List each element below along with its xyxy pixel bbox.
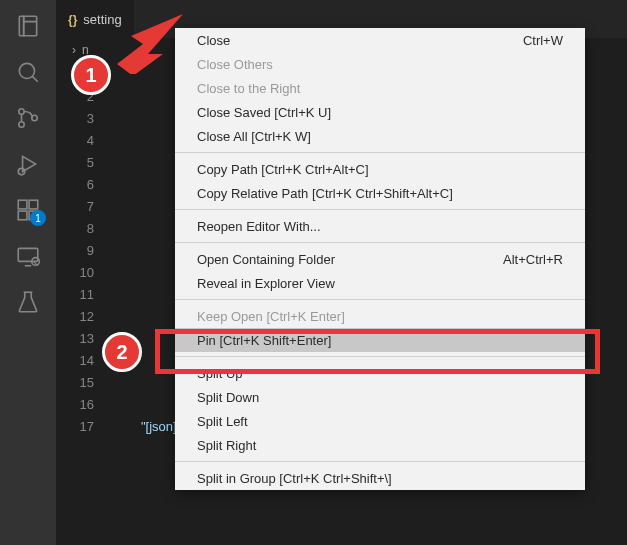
annotation-marker-2: 2 xyxy=(102,332,142,372)
line-number: 5 xyxy=(56,152,94,174)
menu-item: Close to the Right xyxy=(175,76,585,100)
line-number: 6 xyxy=(56,174,94,196)
line-number: 3 xyxy=(56,108,94,130)
line-number: 14 xyxy=(56,350,94,372)
menu-item[interactable]: Close All [Ctrl+K W] xyxy=(175,124,585,148)
svg-point-1 xyxy=(19,109,24,114)
svg-rect-9 xyxy=(18,248,38,261)
menu-separator xyxy=(175,299,585,300)
menu-item: Keep Open [Ctrl+K Enter] xyxy=(175,304,585,328)
menu-item-label: Split Down xyxy=(197,390,259,405)
menu-item-label: Split Right xyxy=(197,438,256,453)
extensions-badge: 1 xyxy=(30,210,46,226)
line-number: 12 xyxy=(56,306,94,328)
menu-separator xyxy=(175,152,585,153)
menu-item[interactable]: Open Containing FolderAlt+Ctrl+R xyxy=(175,247,585,271)
menu-item-label: Open Containing Folder xyxy=(197,252,335,267)
menu-item[interactable]: CloseCtrl+W xyxy=(175,28,585,52)
menu-item-label: Split Up xyxy=(197,366,243,381)
line-number: 10 xyxy=(56,262,94,284)
menu-item[interactable]: Reveal in Explorer View xyxy=(175,271,585,295)
remote-icon[interactable] xyxy=(14,242,42,270)
svg-rect-7 xyxy=(18,211,27,220)
annotation-marker-1: 1 xyxy=(71,55,111,95)
svg-rect-5 xyxy=(18,200,27,209)
line-gutter: 1234567891011121314151617 xyxy=(56,62,112,545)
menu-separator xyxy=(175,209,585,210)
menu-item-label: Reveal in Explorer View xyxy=(197,276,335,291)
extensions-icon[interactable]: 1 xyxy=(14,196,42,224)
menu-item: Close Others xyxy=(175,52,585,76)
menu-item-label: Close to the Right xyxy=(197,81,300,96)
context-menu: CloseCtrl+WClose OthersClose to the Righ… xyxy=(175,28,585,490)
menu-item[interactable]: Close Saved [Ctrl+K U] xyxy=(175,100,585,124)
menu-separator xyxy=(175,356,585,357)
chevron-right-icon: › xyxy=(72,43,76,57)
menu-item[interactable]: Split Left xyxy=(175,409,585,433)
menu-item-label: Split in Group [Ctrl+K Ctrl+Shift+\] xyxy=(197,471,392,486)
explorer-icon[interactable] xyxy=(14,12,42,40)
menu-separator xyxy=(175,242,585,243)
menu-item-label: Split Left xyxy=(197,414,248,429)
menu-item-label: Copy Relative Path [Ctrl+K Ctrl+Shift+Al… xyxy=(197,186,453,201)
line-number: 7 xyxy=(56,196,94,218)
menu-item[interactable]: Pin [Ctrl+K Shift+Enter] xyxy=(175,328,585,352)
menu-item[interactable]: Copy Relative Path [Ctrl+K Ctrl+Shift+Al… xyxy=(175,181,585,205)
line-number: 4 xyxy=(56,130,94,152)
menu-item[interactable]: Split Up xyxy=(175,361,585,385)
menu-item-label: Close All [Ctrl+K W] xyxy=(197,129,311,144)
json-file-icon: {} xyxy=(68,13,77,27)
line-number: 17 xyxy=(56,416,94,438)
menu-item-label: Close Others xyxy=(197,57,273,72)
annotation-arrow xyxy=(113,14,183,74)
menu-item-label: Close xyxy=(197,33,230,48)
menu-item[interactable]: Reopen Editor With... xyxy=(175,214,585,238)
run-debug-icon[interactable] xyxy=(14,150,42,178)
menu-item-label: Keep Open [Ctrl+K Enter] xyxy=(197,309,345,324)
activity-bar: 1 xyxy=(0,0,56,545)
line-number: 11 xyxy=(56,284,94,306)
line-number: 16 xyxy=(56,394,94,416)
svg-rect-6 xyxy=(29,200,38,209)
svg-marker-11 xyxy=(117,14,183,74)
svg-point-2 xyxy=(19,122,24,127)
menu-item-label: Reopen Editor With... xyxy=(197,219,321,234)
menu-item-shortcut: Ctrl+W xyxy=(523,33,563,48)
menu-item[interactable]: Split in Group [Ctrl+K Ctrl+Shift+\] xyxy=(175,466,585,490)
menu-item-shortcut: Alt+Ctrl+R xyxy=(503,252,563,267)
line-number: 13 xyxy=(56,328,94,350)
testing-icon[interactable] xyxy=(14,288,42,316)
menu-item-label: Copy Path [Ctrl+K Ctrl+Alt+C] xyxy=(197,162,369,177)
menu-item[interactable]: Copy Path [Ctrl+K Ctrl+Alt+C] xyxy=(175,157,585,181)
menu-item[interactable]: Split Right xyxy=(175,433,585,457)
source-control-icon[interactable] xyxy=(14,104,42,132)
svg-point-0 xyxy=(19,63,34,78)
line-number: 15 xyxy=(56,372,94,394)
menu-item-label: Pin [Ctrl+K Shift+Enter] xyxy=(197,333,331,348)
line-number: 9 xyxy=(56,240,94,262)
menu-item[interactable]: Split Down xyxy=(175,385,585,409)
line-number: 8 xyxy=(56,218,94,240)
menu-separator xyxy=(175,461,585,462)
search-icon[interactable] xyxy=(14,58,42,86)
menu-item-label: Close Saved [Ctrl+K U] xyxy=(197,105,331,120)
